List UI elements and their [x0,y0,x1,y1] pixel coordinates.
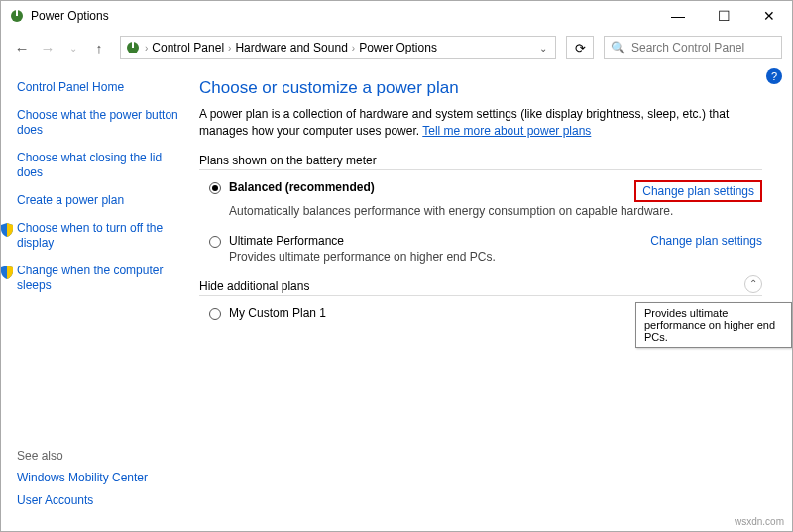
collapse-icon[interactable]: ⌃ [744,275,762,293]
see-also-link[interactable]: Windows Mobility Center [17,471,148,486]
sidebar-link[interactable]: Change when the computer sleeps [17,264,179,294]
window-title: Power Options [31,9,655,23]
plan-radio-ultimate[interactable] [209,236,221,248]
maximize-button[interactable]: ☐ [701,1,746,31]
breadcrumb-item[interactable]: Control Panel [152,41,224,54]
plan-radio-balanced[interactable] [209,182,221,194]
watermark: wsxdn.com [735,516,784,527]
sidebar-link[interactable]: Choose what the power button does [17,108,179,139]
plan-name[interactable]: Ultimate Performance [229,234,344,248]
back-button[interactable]: ← [11,37,33,58]
address-bar[interactable]: › Control Panel › Hardware and Sound › P… [120,36,556,59]
section-plans-shown: Plans shown on the battery meter [199,154,762,170]
plan-description: Automatically balances performance with … [229,204,762,218]
app-icon [9,8,25,24]
shield-icon [0,265,15,280]
shield-icon [0,222,15,238]
tooltip: Provides ultimate performance on higher … [635,302,792,348]
svg-rect-3 [132,42,134,48]
search-icon: 🔍 [611,41,625,54]
sidebar-link[interactable]: Choose when to turn off the display [17,221,179,252]
address-dropdown[interactable]: ⌄ [535,43,551,53]
search-input[interactable]: 🔍 Search Control Panel [604,36,782,59]
learn-more-link[interactable]: Tell me more about power plans [422,124,591,138]
breadcrumb-item[interactable]: Power Options [359,41,437,54]
sidebar-link[interactable]: Create a power plan [17,193,179,209]
see-also-label: See also [17,449,148,463]
refresh-button[interactable]: ⟳ [566,36,594,59]
change-plan-settings-link[interactable]: Change plan settings [634,180,762,202]
power-icon [125,40,141,55]
minimize-button[interactable]: — [655,1,701,31]
plan-description: Provides ultimate performance on higher … [229,250,762,264]
forward-button[interactable]: → [37,37,58,58]
section-hide-additional[interactable]: Hide additional plans ⌃ [199,279,762,296]
search-placeholder: Search Control Panel [631,41,744,54]
page-description: A power plan is a collection of hardware… [199,106,762,140]
plan-radio-custom[interactable] [209,308,221,320]
recent-dropdown[interactable]: ⌄ [62,37,84,58]
plan-row: Ultimate Performance Change plan setting… [209,234,762,275]
breadcrumb-item[interactable]: Hardware and Sound [235,41,347,54]
page-heading: Choose or customize a power plan [199,78,762,98]
sidebar-link[interactable]: Choose what closing the lid does [17,151,179,181]
chevron-right-icon: › [228,43,231,53]
plan-name[interactable]: Balanced (recommended) [229,180,375,202]
chevron-right-icon: › [352,43,355,53]
sidebar-home-link[interactable]: Control Panel Home [17,80,179,96]
close-button[interactable]: ✕ [746,1,792,31]
chevron-right-icon: › [145,43,148,53]
plan-row: Balanced (recommended) Change plan setti… [209,180,762,230]
plan-name[interactable]: My Custom Plan 1 [229,306,326,320]
svg-rect-1 [16,10,18,16]
change-plan-settings-link[interactable]: Change plan settings [650,234,762,248]
up-button[interactable]: ↑ [88,37,110,58]
see-also-link[interactable]: User Accounts [17,493,148,509]
